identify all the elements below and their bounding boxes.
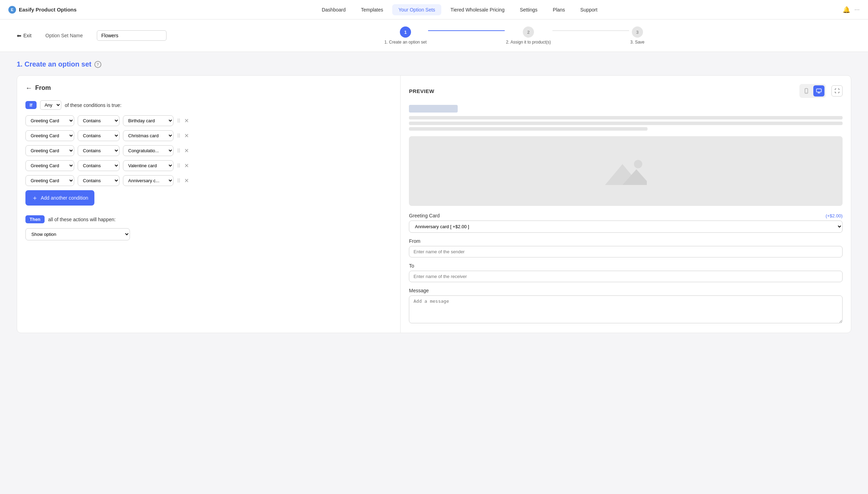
preview-line-1 (409, 116, 843, 119)
steps-track: 1 1. Create an option set 2 2. Assign it… (178, 26, 851, 45)
preview-title-bar (409, 105, 458, 113)
drag-handle-4[interactable]: ⠿ (177, 163, 181, 169)
message-label: Message (409, 288, 843, 293)
condition-value-5[interactable]: Anniversary c... (123, 175, 173, 186)
drag-handle-5[interactable]: ⠿ (177, 178, 181, 184)
condition-row-2: Greeting Card Contains Christmas card ⠿ … (25, 130, 392, 141)
drag-handle-3[interactable]: ⠿ (177, 148, 181, 154)
step-3-circle: 3 (632, 26, 643, 38)
brand: E Easify Product Options (8, 6, 77, 14)
from-input[interactable] (409, 246, 843, 257)
condition-operator-1[interactable]: Contains (78, 115, 119, 126)
condition-header: If Any of these conditions is true: (25, 100, 392, 110)
nav-support[interactable]: Support (574, 4, 604, 15)
condition-field-5[interactable]: Greeting Card (25, 175, 74, 186)
option-set-name-label: Option Set Name (45, 33, 83, 38)
condition-field-3[interactable]: Greeting Card (25, 145, 74, 156)
condition-text: of these conditions is true: (65, 102, 122, 108)
back-nav[interactable]: ← From (25, 84, 392, 92)
condition-row-1: Greeting Card Contains Birthday card ⠿ ✕ (25, 115, 392, 126)
right-panel: PREVIEW (401, 76, 851, 333)
remove-condition-4[interactable]: ✕ (184, 162, 189, 169)
add-condition-label: Add another condition (41, 195, 88, 201)
more-icon[interactable]: ··· (854, 6, 860, 13)
to-label-text: To (409, 263, 414, 269)
message-label-text: Message (409, 288, 429, 293)
condition-field-1[interactable]: Greeting Card (25, 115, 74, 126)
then-header: Then all of these actions will happen: (25, 215, 392, 223)
back-arrow-icon: ← (25, 84, 32, 92)
any-select[interactable]: Any (40, 100, 61, 110)
condition-row-4: Greeting Card Contains Valentine card ⠿ … (25, 160, 392, 171)
nav-plans[interactable]: Plans (547, 4, 571, 15)
nav-dashboard[interactable]: Dashboard (316, 4, 352, 15)
preview-title: PREVIEW (409, 88, 434, 94)
remove-condition-2[interactable]: ✕ (184, 132, 189, 139)
preview-header: PREVIEW (409, 84, 843, 98)
nav-links: Dashboard Templates Your Option Sets Tie… (316, 4, 604, 15)
left-panel: ← From If Any of these conditions is tru… (17, 76, 401, 333)
svg-point-7 (634, 160, 642, 168)
drag-handle-2[interactable]: ⠿ (177, 133, 181, 139)
step-2-circle: 2 (523, 26, 534, 38)
step-2-label: 2. Assign it to product(s) (506, 40, 551, 45)
brand-name: Easify Product Options (19, 7, 77, 13)
then-action-select[interactable]: Show option (25, 228, 130, 240)
condition-row-5: Greeting Card Contains Anniversary c... … (25, 175, 392, 186)
step-3-label: 3. Save (630, 40, 645, 45)
nav-right: 🔔 ··· (843, 6, 860, 14)
greeting-card-form-label: Greeting Card (+$2.00) (409, 213, 843, 218)
condition-operator-4[interactable]: Contains (78, 160, 119, 171)
remove-condition-5[interactable]: ✕ (184, 177, 189, 184)
svg-point-1 (806, 92, 807, 93)
add-icon: ＋ (32, 194, 38, 202)
exit-label: Exit (23, 33, 31, 38)
to-input[interactable] (409, 271, 843, 282)
expand-button[interactable]: ⛶ (831, 85, 843, 97)
option-set-name-input[interactable] (97, 30, 166, 41)
step-1: 1 1. Create an option set (384, 26, 426, 45)
mobile-view-button[interactable] (801, 85, 812, 97)
condition-value-2[interactable]: Christmas card (123, 130, 173, 141)
greeting-card-label: Greeting Card (409, 213, 440, 218)
if-badge: If (25, 101, 37, 109)
nav-templates[interactable]: Templates (355, 4, 389, 15)
to-label: To (409, 263, 843, 269)
step-1-circle: 1 (400, 26, 411, 38)
section-title-text: 1. Create an option set (17, 60, 92, 68)
condition-field-2[interactable]: Greeting Card (25, 130, 74, 141)
drag-handle-1[interactable]: ⠿ (177, 118, 181, 124)
step-3: 3 3. Save (630, 26, 645, 45)
main-content: 1. Create an option set ? ← From If Any … (0, 52, 868, 341)
nav-your-option-sets[interactable]: Your Option Sets (392, 4, 441, 15)
desktop-view-button[interactable] (813, 85, 824, 97)
condition-operator-3[interactable]: Contains (78, 145, 119, 156)
condition-value-1[interactable]: Birthday card (123, 115, 173, 126)
nav-tiered-pricing[interactable]: Tiered Wholesale Pricing (444, 4, 511, 15)
then-badge: Then (25, 215, 45, 223)
bell-icon[interactable]: 🔔 (843, 6, 850, 14)
condition-operator-2[interactable]: Contains (78, 130, 119, 141)
condition-value-4[interactable]: Valentine card (123, 160, 173, 171)
greeting-card-select[interactable]: Anniversary card [ +$2.00 ] (409, 221, 843, 233)
exit-icon: ⬅ (17, 32, 21, 39)
condition-value-3[interactable]: Congratulatio... (123, 145, 173, 156)
preview-line-3 (409, 127, 648, 131)
condition-field-4[interactable]: Greeting Card (25, 160, 74, 171)
step-1-label: 1. Create an option set (384, 40, 426, 45)
remove-condition-1[interactable]: ✕ (184, 117, 189, 124)
product-image-placeholder (409, 136, 843, 206)
condition-operator-5[interactable]: Contains (78, 175, 119, 186)
message-textarea[interactable] (409, 295, 843, 323)
top-nav: E Easify Product Options Dashboard Templ… (0, 0, 868, 20)
step-line-2 (552, 30, 629, 31)
nav-settings[interactable]: Settings (513, 4, 544, 15)
add-condition-button[interactable]: ＋ Add another condition (25, 190, 94, 206)
back-nav-label: From (35, 84, 51, 92)
from-label: From (409, 238, 843, 244)
exit-button[interactable]: ⬅ Exit (17, 32, 31, 39)
preview-line-2 (409, 122, 843, 125)
main-card: ← From If Any of these conditions is tru… (17, 75, 851, 333)
help-icon[interactable]: ? (94, 61, 101, 68)
remove-condition-3[interactable]: ✕ (184, 147, 189, 154)
